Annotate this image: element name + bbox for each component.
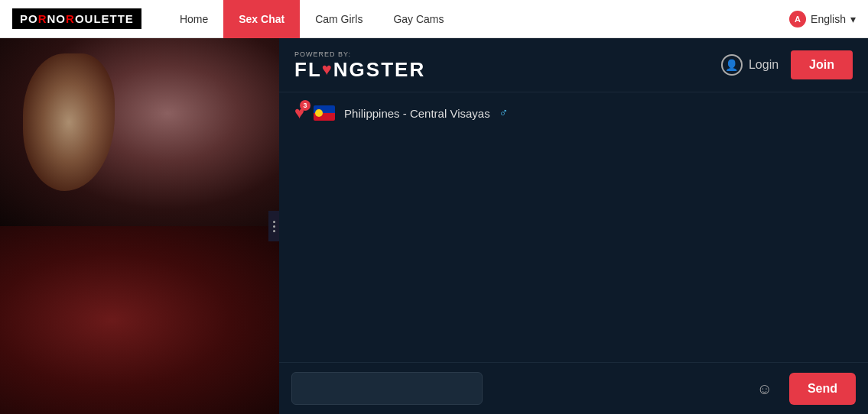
drag-handle[interactable] [268,211,279,241]
login-label: Login [749,58,779,72]
chat-input-area: ☺ Send [279,362,868,414]
chevron-down-icon: ▾ [850,13,856,25]
user-circle-icon: 👤 [721,54,743,76]
chat-area: Powered by: FL♥NGSTER 👤 Login Join 3 [279,38,868,414]
nav-sex-chat[interactable]: Sex Chat [223,0,300,38]
drag-dot-2 [273,225,275,228]
chat-input[interactable] [291,372,483,405]
flingster-actions: 👤 Login Join [721,50,853,79]
emoji-button[interactable]: ☺ [756,380,772,397]
flingster-brand: FL♥NGSTER [294,60,425,79]
main-content: Powered by: FL♥NGSTER 👤 Login Join 3 [0,38,868,414]
flingster-header: Powered by: FL♥NGSTER 👤 Login Join [279,38,868,92]
video-top-panel [0,38,279,226]
join-button[interactable]: Join [791,50,853,79]
flag-sun [315,109,323,117]
heart-dot-icon: ♥ [322,61,333,78]
language-selector[interactable]: A English ▾ [789,11,856,27]
philippines-flag [314,105,335,121]
video-bottom-panel [0,226,279,414]
heart-count: 3 [300,100,310,111]
main-nav: Home Sex Chat Cam Girls Gay Cams [164,0,789,38]
drag-dot-3 [273,230,275,232]
nav-cam-girls[interactable]: Cam Girls [300,0,378,38]
flingster-logo: Powered by: FL♥NGSTER [294,51,425,79]
chat-messages[interactable] [279,134,868,362]
login-button[interactable]: 👤 Login [721,54,779,76]
language-icon: A [789,11,806,27]
site-logo[interactable]: PORNOROULETTE [12,8,141,29]
video-area [0,38,279,414]
send-button[interactable]: Send [789,373,856,405]
gender-icon: ♂ [499,106,509,120]
language-label: English [811,13,846,25]
drag-dot-1 [273,221,275,223]
heart-badge[interactable]: 3 [294,103,304,123]
user-info-bar: 3 Philippines - Central Visayas ♂ [279,92,868,134]
nav-gay-cams[interactable]: Gay Cams [378,0,459,38]
nav-home[interactable]: Home [164,0,223,38]
header: PORNOROULETTE Home Sex Chat Cam Girls Ga… [0,0,868,38]
powered-by-text: Powered by: [294,51,425,58]
input-wrapper: ☺ [291,372,782,405]
user-location: Philippines - Central Visayas [344,107,490,120]
